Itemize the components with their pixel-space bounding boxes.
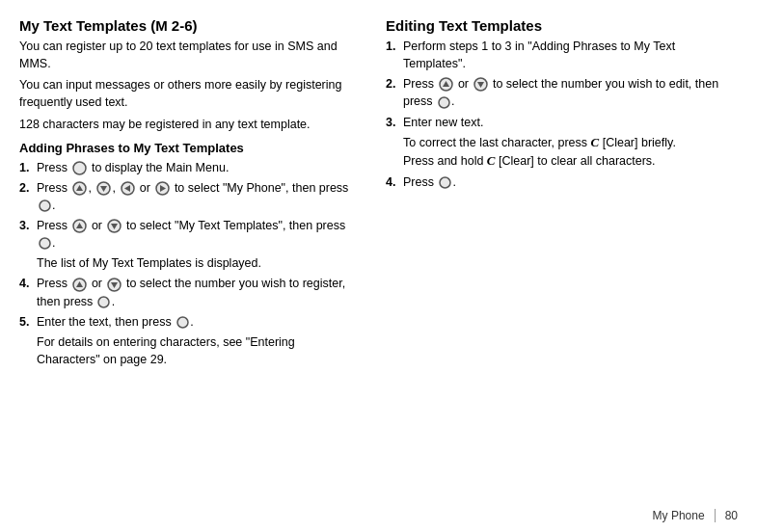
clear-letter-icon: C: [591, 135, 600, 149]
nav-up-icon4: [438, 77, 453, 93]
footer-divider: [715, 509, 716, 522]
list-item-sub: For details on entering characters, see …: [19, 333, 357, 368]
nav-down-icon: [95, 180, 111, 196]
nav-up-icon3: [71, 277, 87, 292]
ok-icon6: [438, 176, 451, 190]
nav-down-icon2: [107, 219, 122, 234]
list-item: 3. Press or to select "My Text Templates…: [19, 217, 357, 252]
step-content: Press to display the Main Menu.: [37, 159, 357, 176]
left-section-title: My Text Templates (M 2-6): [19, 17, 357, 34]
list-item: 1. Press to display the Main Menu.: [19, 159, 357, 176]
right-steps-list: 1. Perform steps 1 to 3 in "Adding Phras…: [386, 38, 738, 191]
step-num: 4.: [386, 173, 403, 191]
nav-down-icon3: [107, 277, 122, 292]
intro-text-3: 128 characters may be registered in any …: [19, 116, 357, 133]
intro-text-2: You can input messages or others more ea…: [19, 76, 357, 111]
svg-point-20: [177, 317, 188, 328]
list-item: 2. Press , , or to select "My Phone", th…: [19, 179, 357, 214]
list-item: 5. Enter the text, then press .: [19, 313, 357, 331]
ok-icon3: [97, 295, 111, 308]
nav-up-icon2: [71, 219, 87, 234]
list-item-sub: The list of My Text Templates is display…: [19, 254, 357, 272]
svg-point-25: [439, 97, 449, 108]
step-content: Press or to select the number you wish t…: [37, 275, 357, 309]
step-sub-note3: To correct the last character, press C […: [403, 134, 738, 171]
clear-hold-icon: C: [487, 153, 496, 168]
footer-label: My Phone: [653, 509, 705, 522]
ok-icon5: [437, 95, 450, 109]
nav-left-icon: [120, 180, 135, 196]
step-content: Enter new text.: [403, 114, 738, 131]
right-column: Editing Text Templates 1. Perform steps …: [376, 17, 738, 503]
svg-point-26: [440, 177, 450, 188]
list-item: 1. Perform steps 1 to 3 in "Adding Phras…: [386, 38, 738, 72]
nav-down-icon4: [473, 77, 489, 93]
step-num: 1.: [386, 38, 403, 55]
ok-icon: [38, 200, 51, 213]
svg-point-19: [98, 297, 109, 307]
list-item-sub: To correct the last character, press C […: [386, 134, 738, 171]
step-content: Press , , or to select "My Phone", then …: [37, 179, 357, 214]
page: My Text Templates (M 2-6) You can regist…: [0, 0, 757, 532]
ok-icon4: [176, 315, 189, 329]
ok-button-icon: [71, 160, 87, 175]
footer: My Phone 80: [653, 509, 738, 522]
nav-up-icon: [71, 180, 87, 196]
footer-page-num: 80: [725, 509, 738, 522]
step-content: Perform steps 1 to 3 in "Adding Phrases …: [403, 38, 738, 72]
step-sub-note2: For details on entering characters, see …: [37, 333, 357, 368]
left-steps-list: 1. Press to display the Main Menu. 2. Pr…: [19, 159, 357, 368]
step-sub-note: The list of My Text Templates is display…: [37, 254, 357, 272]
step-num: 1.: [19, 159, 37, 176]
list-item: 3. Enter new text.: [386, 114, 738, 131]
step-content: Press .: [403, 173, 738, 191]
svg-point-14: [40, 238, 50, 249]
left-column: My Text Templates (M 2-6) You can regist…: [19, 17, 376, 503]
list-item: 4. Press .: [386, 173, 738, 191]
step-num: 4.: [19, 275, 37, 292]
step-content: Press or to select the number you wish t…: [403, 75, 738, 110]
intro-text-1: You can register up to 20 text templates…: [19, 38, 357, 72]
right-section-title: Editing Text Templates: [386, 17, 738, 34]
step-num: 2.: [19, 179, 37, 197]
left-sub-title: Adding Phrases to My Text Templates: [19, 141, 357, 155]
nav-right-icon: [154, 180, 170, 196]
step-content: Press or to select "My Text Templates", …: [37, 217, 357, 252]
svg-point-0: [73, 162, 86, 174]
step-num: 3.: [19, 217, 37, 234]
step-content: Enter the text, then press .: [37, 313, 357, 331]
step-num: 3.: [386, 114, 403, 131]
step-num: 5.: [19, 313, 37, 331]
ok-icon2: [38, 237, 51, 251]
list-item: 4. Press or to select the number you wis…: [19, 275, 357, 309]
svg-point-9: [40, 200, 50, 211]
list-item: 2. Press or to select the number you wis…: [386, 75, 738, 110]
step-num: 2.: [386, 75, 403, 93]
